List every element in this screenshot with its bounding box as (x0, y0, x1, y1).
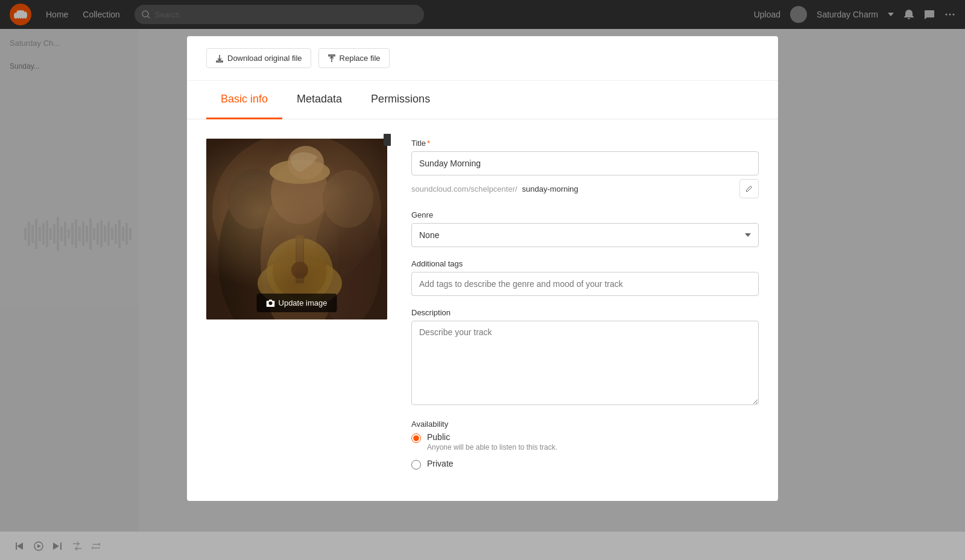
tags-field-group: Additional tags (411, 259, 759, 296)
genre-field-group: Genre None Alternative Rock Ambient Clas… (411, 210, 759, 247)
svg-point-58 (291, 262, 308, 278)
tab-bar: Basic info Metadata Permissions (187, 81, 778, 119)
availability-label: Availability (411, 420, 759, 429)
modal-toolbar: Download original file Replace file (187, 36, 778, 81)
svg-point-50 (323, 170, 373, 228)
update-image-button[interactable]: Update image (257, 294, 337, 312)
genre-label: Genre (411, 210, 759, 219)
artwork-svg (206, 139, 387, 319)
tab-metadata[interactable]: Metadata (282, 81, 356, 119)
svg-rect-54 (296, 235, 304, 283)
replace-icon (327, 54, 336, 63)
tags-input[interactable] (411, 272, 759, 296)
title-label: Title* (411, 139, 759, 148)
public-radio[interactable] (411, 433, 421, 443)
private-label: Private (427, 459, 454, 468)
track-edit-modal: Download original file Replace file Basi… (187, 36, 778, 501)
replace-file-button[interactable]: Replace file (318, 48, 390, 68)
genre-select[interactable]: None Alternative Rock Ambient Classical … (411, 223, 759, 247)
title-input[interactable] (411, 151, 759, 175)
public-label: Public (427, 432, 557, 442)
private-option[interactable]: Private (411, 459, 759, 470)
url-slug: sunday-morning (522, 184, 578, 193)
track-artwork: Update image (206, 139, 387, 319)
svg-point-48 (288, 146, 324, 180)
svg-rect-59 (206, 139, 387, 319)
public-sublabel: Anyone will be able to listen to this tr… (427, 443, 557, 451)
svg-point-47 (270, 160, 330, 184)
download-icon (215, 54, 224, 63)
svg-point-44 (227, 169, 282, 229)
url-base: soundcloud.com/schelpcenter/ (411, 184, 517, 193)
tags-label: Additional tags (411, 259, 759, 268)
public-option[interactable]: Public Anyone will be able to listen to … (411, 432, 759, 451)
description-label: Description (411, 308, 759, 317)
modal-body: Update image Title* soundcloud.com/schel… (187, 119, 778, 501)
download-original-button[interactable]: Download original file (206, 48, 311, 68)
camera-icon (267, 300, 275, 307)
modal-overlay: Download original file Replace file Basi… (0, 0, 965, 560)
availability-group: Availability Public Anyone will be able … (411, 420, 759, 470)
image-section: Update image (206, 139, 387, 482)
url-row: soundcloud.com/schelpcenter/sunday-morni… (411, 179, 759, 198)
description-textarea[interactable] (411, 321, 759, 405)
private-radio[interactable] (411, 460, 421, 470)
edit-icon (745, 185, 753, 192)
title-required-marker: * (427, 139, 430, 148)
svg-point-53 (273, 244, 327, 298)
svg-point-46 (271, 162, 329, 224)
svg-point-42 (212, 139, 381, 289)
tab-basic-info[interactable]: Basic info (206, 81, 282, 119)
form-section: Title* soundcloud.com/schelpcenter/sunda… (411, 139, 759, 482)
title-field-group: Title* soundcloud.com/schelpcenter/sunda… (411, 139, 759, 198)
svg-rect-41 (206, 139, 387, 319)
url-edit-button[interactable] (739, 179, 759, 198)
tab-permissions[interactable]: Permissions (356, 81, 445, 119)
description-field-group: Description (411, 308, 759, 407)
